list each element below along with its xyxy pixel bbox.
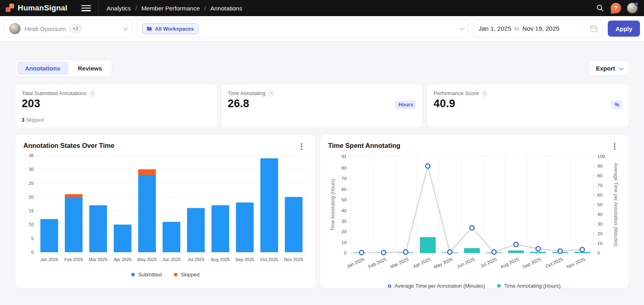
- submitted-bar: [40, 219, 58, 252]
- workspace-chip[interactable]: All Workspaces: [142, 23, 198, 34]
- help-icon[interactable]: ?: [611, 3, 621, 13]
- chevron-down-icon: [460, 26, 464, 30]
- left-tick-label: 10: [341, 240, 347, 245]
- x-tick-label: Apr 2025: [412, 257, 431, 269]
- y-tick-label: 10: [29, 222, 34, 227]
- tab-annotations[interactable]: Annotations: [17, 62, 68, 75]
- search-icon[interactable]: [596, 4, 605, 12]
- right-tick-label: 20: [597, 231, 603, 236]
- legend-item-submitted[interactable]: Submitted: [131, 272, 162, 278]
- legend-item[interactable]: Average Time per Annotation (Minutes): [388, 283, 485, 289]
- time-spent-svg: 0102030405060708091010203040506070809010…: [328, 151, 619, 280]
- x-tick-label: Jan 2025: [346, 257, 365, 269]
- y-tick-label: 25: [29, 181, 34, 186]
- left-tick-label: 50: [341, 197, 347, 202]
- apply-button[interactable]: Apply: [608, 21, 640, 37]
- submitted-bar: [236, 203, 254, 252]
- stat-card-performance-score: Performance Score ? 40.9 %: [427, 84, 629, 128]
- right-axis-title: Average Time per Annotation (Minutes): [613, 163, 619, 247]
- x-tick-label: Sep 2025: [235, 257, 254, 262]
- breadcrumb-separator: /: [135, 5, 137, 12]
- right-tick-label: 90: [597, 164, 603, 168]
- tab-bar: Annotations Reviews: [15, 60, 112, 77]
- time-spent-legend: Average Time per Annotation (Minutes)Tim…: [328, 283, 621, 289]
- y-tick-label: 5: [31, 236, 34, 241]
- avg-time-marker: [536, 247, 540, 251]
- y-tick-label: 15: [29, 208, 34, 213]
- skipped-bar-segment: [65, 194, 83, 197]
- help-tooltip-icon[interactable]: ?: [89, 91, 95, 96]
- calendar-icon: [590, 25, 598, 33]
- breadcrumb-member-performance[interactable]: Member Performance: [141, 5, 200, 12]
- breadcrumb-annotations: Annotations: [210, 5, 242, 12]
- right-tick-label: 60: [597, 193, 603, 197]
- legend-dot: [497, 284, 501, 288]
- date-range-picker[interactable]: Jan 1, 2025 to Nov 19, 2025: [473, 20, 603, 37]
- skipped-bar-segment: [138, 169, 156, 175]
- annotation-states-legend: SubmittedSkipped: [23, 272, 308, 278]
- x-tick-label: Oct 2025: [260, 257, 279, 262]
- help-tooltip-icon[interactable]: ?: [268, 91, 274, 96]
- x-tick-label: Nov 2025: [566, 257, 586, 270]
- x-tick-label: Jun 2025: [162, 257, 180, 262]
- member-name: Heidi Opossum: [25, 25, 66, 32]
- skipped-count: 3: [22, 117, 25, 123]
- x-tick-label: May 2025: [137, 257, 157, 262]
- y-tick-label: 35: [29, 153, 34, 158]
- x-tick-label: Jun 2025: [456, 257, 475, 269]
- left-tick-label: 70: [341, 176, 347, 181]
- chart-title: Annotation States Over Time: [23, 142, 114, 149]
- legend-item-skipped[interactable]: Skipped: [174, 272, 200, 278]
- avg-time-marker: [514, 242, 518, 247]
- x-tick-label: Aug 2025: [500, 257, 520, 270]
- avg-time-marker: [448, 250, 452, 254]
- x-tick-label: Apr 2025: [114, 257, 132, 262]
- workspace-selector[interactable]: All Workspaces: [137, 20, 469, 37]
- time-spent-chart: 0102030405060708091010203040506070809010…: [328, 151, 621, 281]
- stat-label: Time Annotating: [228, 90, 265, 96]
- tab-reviews[interactable]: Reviews: [70, 62, 110, 75]
- breadcrumb: Analytics / Member Performance / Annotat…: [107, 5, 242, 12]
- avg-time-marker: [580, 247, 584, 252]
- legend-label: Average Time per Annotation (Minutes): [394, 283, 485, 289]
- help-tooltip-icon[interactable]: ?: [481, 91, 487, 96]
- breadcrumb-separator: /: [204, 5, 206, 12]
- stat-value: 203: [22, 98, 211, 110]
- left-tick-label: 91: [341, 154, 347, 159]
- time-spent-chart-card: Time Spent Annotating ⋮ 0102030405060708…: [320, 134, 629, 288]
- filter-toolbar: Heidi Opossum +3 All Workspaces Jan 1, 2…: [0, 16, 644, 41]
- stat-card-time-annotating: Time Annotating ? 26.8 Hours: [221, 84, 423, 128]
- x-tick-label: Oct 2025: [545, 257, 564, 269]
- x-tick-label: Mar 2025: [390, 257, 409, 269]
- x-tick-label: Mar 2025: [89, 257, 107, 262]
- export-button[interactable]: Export: [589, 60, 629, 76]
- legend-item[interactable]: Time Annotating (Hours): [497, 283, 560, 289]
- avg-time-marker: [425, 164, 430, 168]
- skipped-label: Skipped: [26, 117, 43, 123]
- right-tick-label: 80: [597, 173, 603, 178]
- stat-card-total-submitted: Total Submitted Annotations ? 203 3Skipp…: [15, 84, 217, 128]
- kebab-menu-icon[interactable]: ⋮: [295, 142, 308, 151]
- hours-bar: [508, 251, 524, 253]
- user-avatar[interactable]: [627, 3, 638, 13]
- member-selector[interactable]: Heidi Opossum +3: [4, 20, 132, 37]
- right-tick-label: 50: [597, 202, 603, 207]
- right-tick-label: 40: [597, 212, 603, 217]
- left-tick-label: 20: [341, 229, 347, 234]
- stat-value: 40.9: [433, 98, 622, 110]
- legend-label: Submitted: [138, 272, 162, 278]
- stat-value: 26.8: [228, 98, 417, 110]
- stat-footnote: 3Skipped: [22, 117, 43, 123]
- kebab-menu-icon[interactable]: ⋮: [609, 142, 621, 151]
- right-tick-label: 0: [597, 251, 600, 255]
- left-tick-label: 0: [344, 251, 347, 255]
- extra-members-badge: +3: [69, 24, 82, 33]
- workspace-chip-label: All Workspaces: [155, 26, 194, 32]
- x-tick-label: Nov 2025: [284, 257, 303, 262]
- submitted-bar: [138, 175, 156, 252]
- left-tick-label: 40: [341, 208, 347, 213]
- humansignal-logo-icon: [6, 4, 14, 12]
- unit-badge: %: [611, 100, 622, 109]
- breadcrumb-analytics[interactable]: Analytics: [107, 5, 131, 12]
- hamburger-menu-icon[interactable]: [81, 5, 91, 11]
